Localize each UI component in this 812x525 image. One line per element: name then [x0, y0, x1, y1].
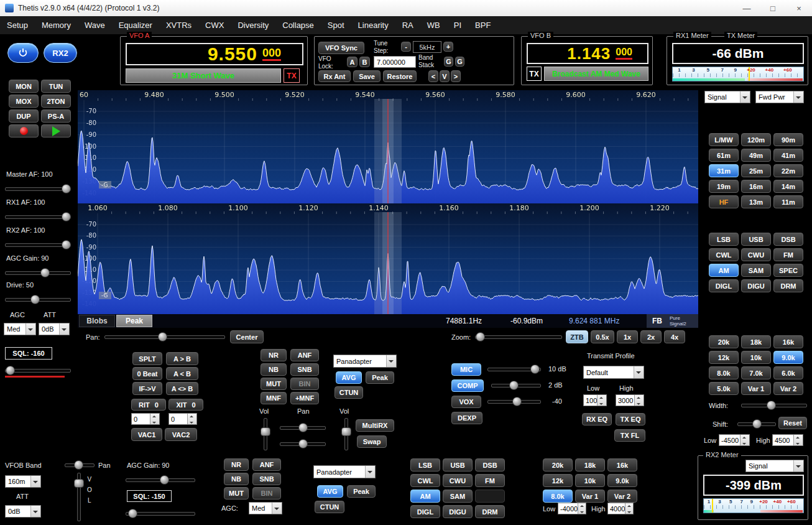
rx2-filter-18k[interactable]: 18k — [575, 458, 605, 472]
swap-button[interactable]: Swap — [357, 435, 387, 448]
rx1-sub-pan-slider[interactable] — [280, 439, 326, 448]
att-select[interactable]: 0dB — [39, 323, 70, 335]
menu-item-ra[interactable]: RA — [395, 21, 420, 30]
rx1-vol-slider[interactable] — [260, 418, 270, 450]
rx1-pan-slider[interactable] — [280, 423, 326, 432]
bandstack-v-button[interactable]: V — [440, 70, 450, 82]
bin-button[interactable]: BIN — [290, 378, 319, 390]
band-hf[interactable]: HF — [709, 195, 739, 208]
rx2-pan-slider[interactable] — [65, 460, 95, 469]
menu-item-setup[interactable]: Setup — [0, 21, 35, 30]
band-11m[interactable]: 11m — [773, 195, 803, 208]
multirx-button[interactable]: MultiRX — [356, 419, 394, 432]
xit-spinner[interactable]: 0 — [168, 413, 197, 425]
filter-20k[interactable]: 20k — [709, 335, 739, 348]
mnf-button[interactable]: MNF — [261, 392, 287, 404]
mode-spec[interactable]: SPEC — [773, 264, 803, 277]
mox-button[interactable]: MOX — [9, 95, 39, 108]
band-49m[interactable]: 49m — [741, 149, 771, 162]
zoom-1x-button[interactable]: 1x — [617, 330, 638, 343]
spinner-arrows-icon[interactable] — [634, 395, 644, 406]
band-16m[interactable]: 16m — [741, 180, 771, 193]
center-button[interactable]: Center — [230, 330, 264, 343]
2ton-button[interactable]: 2TON — [41, 95, 71, 108]
rx2-avg-button[interactable]: AVG — [317, 485, 343, 498]
transmit-profile-select[interactable]: Default — [583, 366, 644, 379]
mut-button[interactable]: MUT — [261, 378, 287, 390]
filter-5.0k[interactable]: 5.0k — [709, 382, 739, 395]
band-14m[interactable]: 14m — [773, 180, 803, 193]
rx2-nb-button[interactable]: NB — [224, 473, 249, 485]
rx2-anf-button[interactable]: ANF — [252, 458, 281, 471]
nb-button[interactable]: NB — [261, 363, 287, 376]
band-41m[interactable]: 41m — [773, 149, 803, 162]
menu-item-wb[interactable]: WB — [420, 21, 447, 30]
mode-digl[interactable]: DIGL — [709, 279, 739, 292]
mic-gain-slider[interactable] — [487, 365, 541, 373]
rit-button[interactable]: RIT0 — [131, 399, 166, 411]
save-button[interactable]: Save — [353, 70, 381, 82]
play-button[interactable] — [41, 124, 71, 137]
frequency-entry-field[interactable]: 7.000000 — [374, 56, 416, 68]
menu-item-wave[interactable]: Wave — [78, 21, 112, 30]
rx2-agc-gain-slider[interactable] — [126, 475, 195, 484]
band-31m[interactable]: 31m — [709, 164, 739, 177]
mode-dsb[interactable]: DSB — [773, 233, 803, 246]
filter-6.0k[interactable]: 6.0k — [773, 366, 803, 379]
tab-blobs[interactable]: Blobs — [79, 315, 115, 327]
nr-button[interactable]: NR — [261, 349, 287, 361]
tx-fl-button[interactable]: TX FL — [614, 429, 645, 442]
vfob-band-select[interactable]: 160m — [5, 475, 41, 488]
rx2-filter-8.0k[interactable]: 8.0k — [543, 490, 573, 503]
band-25m[interactable]: 25m — [741, 164, 771, 177]
band-l/mw[interactable]: L/MW — [709, 133, 739, 146]
menu-item-spot[interactable]: Spot — [321, 21, 351, 30]
vfoa-tx-indicator[interactable]: TX — [284, 68, 300, 83]
rx2-filter-20k[interactable]: 20k — [543, 458, 573, 472]
vfoa-frequency-display[interactable]: 9.550 000 — [126, 43, 303, 65]
band-13m[interactable]: 13m — [741, 195, 771, 208]
filter-8.0k[interactable]: 8.0k — [709, 366, 739, 379]
rx2-mode-digu[interactable]: DIGU — [443, 505, 473, 518]
menu-item-linearity[interactable]: Linearity — [351, 21, 395, 30]
comp-button[interactable]: COMP — [451, 379, 484, 392]
mic-button[interactable]: MIC — [451, 363, 481, 376]
tx-meter-mode-select[interactable]: Fwd Pwr — [755, 91, 804, 103]
band-120m[interactable]: 120m — [741, 133, 771, 146]
tun-button[interactable]: TUN — [41, 80, 71, 93]
plus-mnf-button[interactable]: +MNF — [290, 392, 319, 404]
width-slider[interactable] — [741, 401, 807, 409]
menu-item-pi[interactable]: PI — [447, 21, 468, 30]
filter-12k[interactable]: 12k — [709, 351, 739, 364]
rx2-mode-dsb[interactable]: DSB — [475, 458, 505, 472]
agc-gain-slider[interactable] — [5, 268, 71, 277]
rx2-mode-digl[interactable]: DIGL — [410, 505, 440, 518]
rx2-vol-slider[interactable] — [73, 473, 83, 521]
band-90m[interactable]: 90m — [773, 133, 803, 146]
zoom-slider[interactable] — [475, 332, 562, 341]
vox-slider[interactable] — [487, 397, 541, 406]
rx1-meter-mode-select[interactable]: Signal — [704, 91, 750, 103]
rx2-bin-button[interactable]: BIN — [252, 487, 281, 499]
vox-button[interactable]: VOX — [451, 396, 481, 408]
spinner-arrows-icon[interactable] — [150, 414, 159, 424]
spinner-arrows-icon[interactable] — [740, 435, 749, 445]
a-to-b-button[interactable]: A > B — [166, 352, 198, 365]
mode-fm[interactable]: FM — [773, 248, 803, 261]
record-button[interactable] — [9, 124, 39, 137]
rx2-mode-cwu[interactable]: CWU — [443, 474, 473, 487]
mode-cwu[interactable]: CWU — [741, 248, 771, 261]
rx2-meter-mode-select[interactable]: Signal — [745, 460, 804, 472]
master-af-slider[interactable] — [5, 184, 71, 193]
rx2-ctun-button[interactable]: CTUN — [315, 501, 344, 513]
rx2-mode-lsb[interactable]: LSB — [410, 458, 440, 472]
rx2-low-spinner[interactable]: -4000 — [558, 503, 586, 514]
rx2-mode-sam[interactable]: SAM — [443, 490, 473, 503]
mode-lsb[interactable]: LSB — [709, 233, 739, 246]
rx2-mode-am[interactable]: AM — [410, 490, 440, 503]
menu-item-equalizer[interactable]: Equalizer — [112, 21, 159, 30]
restore-button[interactable]: Restore — [383, 70, 417, 82]
rx2-att-select[interactable]: 0dB — [5, 505, 41, 518]
vfo-lock-b-button[interactable]: B — [359, 57, 370, 67]
menu-item-bpf[interactable]: BPF — [468, 21, 497, 30]
